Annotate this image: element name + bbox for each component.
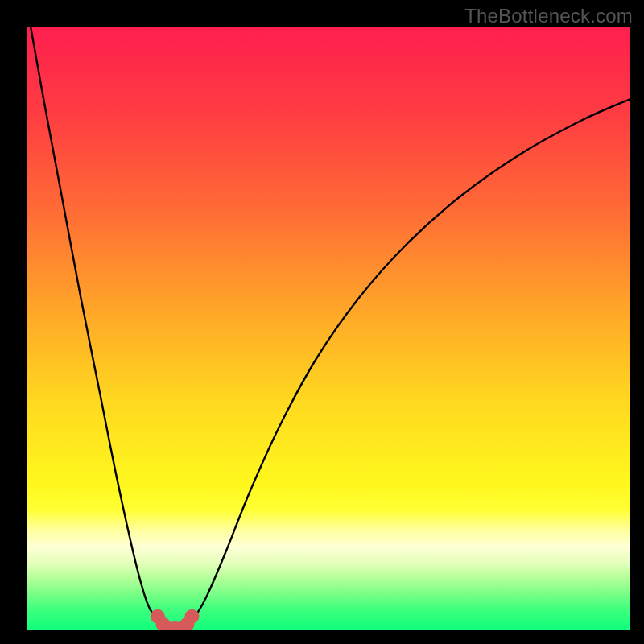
valley-dots [151, 609, 200, 630]
chart-stage: TheBottleneck.com [0, 0, 644, 644]
curve-right [188, 99, 631, 621]
watermark-text: TheBottleneck.com [464, 5, 633, 27]
curve-layer [27, 27, 630, 630]
valley-dot [185, 609, 200, 624]
plot-area [27, 27, 630, 630]
curve-left [31, 27, 163, 621]
